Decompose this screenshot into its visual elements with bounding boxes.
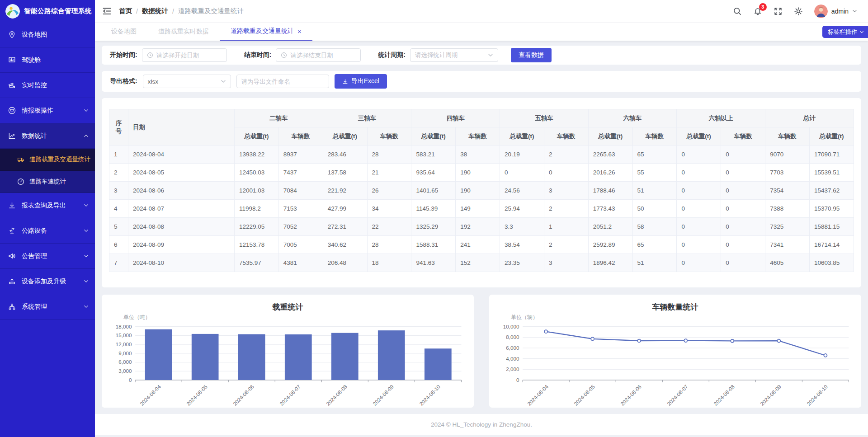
end-date-picker[interactable] [276,48,361,62]
chevron-down-icon [84,228,89,233]
table-cell: 11998.2 [235,200,279,218]
table-cell: 340.62 [323,236,367,254]
table-cell: 190 [456,164,500,182]
sidebar-item-device-map[interactable]: 设备地图 [0,22,95,47]
view-data-button[interactable]: 查看数据 [511,48,552,62]
export-format-label: 导出格式: [110,77,137,85]
svg-text:2,000: 2,000 [506,366,519,372]
period-select[interactable]: 请选择统计周期 [410,48,498,62]
breadcrumb-item: 道路载重及交通量统计 [178,7,244,15]
table-cell: 12153.78 [235,236,279,254]
sidebar-item-road-speed-stats[interactable]: 道路车速统计 [0,171,95,193]
svg-text:2024-08-05: 2024-08-05 [573,384,596,407]
tab-close-icon[interactable]: × [297,28,302,35]
sidebar-item-report-query-export[interactable]: 报表查询及导出 [0,193,95,218]
table-cell: 583.21 [411,146,456,164]
export-filename-box[interactable] [236,75,329,88]
sidebar-item-cockpit[interactable]: 驾驶舱 [0,47,95,73]
notification-badge: 3 [759,3,767,11]
weight-chart-title: 载重统计 [108,302,467,312]
export-excel-button[interactable]: 导出Excel [335,74,387,89]
table-cell: 0 [721,164,765,182]
table-cell: 3.3 [500,218,544,236]
tab-road-load-traffic-stats[interactable]: 道路载重及交通量统计× [220,23,312,41]
table-cell: 3 [544,254,588,272]
download-icon [342,79,348,85]
bar-chart-canvas: 03,0006,0009,00012,00015,00018,0002024-0… [108,322,467,408]
sidebar-item-announcement-management[interactable]: 公告管理 [0,244,95,269]
table-cell: 192 [456,218,500,236]
table-cell: 51 [632,182,677,200]
megaphone-icon [8,252,16,260]
svg-text:2024-08-07: 2024-08-07 [278,384,302,407]
vehicle-count-chart-card: 车辆数量统计 单位（辆） 02,0004,0006,0008,00010,000… [489,295,861,408]
notifications-bell-icon[interactable]: 3 [753,7,762,16]
table-cell: 0 [721,236,765,254]
col-subheader: 总载重(t) [500,127,544,146]
table-cell: 2024-08-10 [128,254,235,272]
breadcrumb-item[interactable]: 首页 [119,7,132,15]
table-cell: 0 [677,236,721,254]
table-cell: 241 [456,236,500,254]
table-cell: 7052 [278,218,323,236]
svg-text:2024-08-06: 2024-08-06 [619,384,642,407]
device-upload-icon [8,277,16,285]
end-time-label: 结束时间: [244,51,272,59]
tab-actions-label: 标签栏操作 [828,28,857,36]
tab-actions-button[interactable]: 标签栏操作 [822,26,868,38]
search-icon[interactable] [733,7,742,16]
table-cell: 2024-08-08 [128,218,235,236]
table-cell: 38.54 [500,236,544,254]
weight-chart-card: 载重统计 单位（吨） 03,0006,0009,00012,00015,0001… [102,295,474,408]
sidebar-item-system-management[interactable]: 系统管理 [0,294,95,320]
sidebar-item-info-board[interactable]: 情报板操作 [0,98,95,123]
table-cell: 12001.03 [235,182,279,200]
svg-text:3,000: 3,000 [118,368,132,374]
table-cell: 2024-08-05 [128,164,235,182]
table-cell: 4 [109,200,128,218]
col-subheader: 总载重(t) [677,127,721,146]
end-date-input[interactable] [290,52,356,59]
table-cell: 26 [367,182,411,200]
fullscreen-icon[interactable] [774,7,783,16]
sidebar-item-highway-equipment[interactable]: 公路设备 [0,218,95,244]
sidebar-item-realtime-monitor[interactable]: 实时监控 [0,73,95,98]
export-filename-input[interactable] [241,78,324,85]
sidebar-item-data-statistics[interactable]: 数据统计 [0,123,95,149]
table-cell: 2024-08-07 [128,200,235,218]
table-cell: 7535.97 [235,254,279,272]
table-cell: 18 [367,254,411,272]
export-format-value: xlsx [148,78,158,85]
speedometer-icon [17,178,24,185]
tab-road-load-realtime[interactable]: 道路载重实时数据 [147,23,220,41]
table-cell: 28 [367,146,411,164]
table-cell: 50 [632,200,677,218]
org-chart-icon [8,303,16,310]
sidebar-item-device-add-upgrade[interactable]: 设备添加及升级 [0,269,95,294]
start-date-input[interactable] [156,52,222,59]
svg-text:2024-08-06: 2024-08-06 [232,384,255,407]
col-subheader: 车辆数 [632,127,677,146]
dashboard-icon [8,56,16,64]
table-cell: 137.58 [323,164,367,182]
tab-device-map[interactable]: 设备地图 [100,23,147,41]
sidebar-item-label: 系统管理 [22,303,78,311]
avatar [814,5,828,18]
settings-gear-icon[interactable] [794,7,803,16]
table-cell: 5 [109,218,128,236]
start-date-picker[interactable] [142,48,227,62]
table-cell: 1 [109,146,128,164]
app-logo-icon [5,4,20,19]
user-menu[interactable]: admin [814,5,857,18]
sidebar-collapse-icon[interactable] [102,6,112,16]
table-cell: 15881.15 [809,218,854,236]
export-format-select[interactable]: xlsx [143,75,231,88]
topbar: 首页/数据统计/道路载重及交通量统计 3 [95,0,868,22]
sidebar-item-road-load-traffic-stats[interactable]: 道路载重及交通量统计 [0,149,95,171]
breadcrumb-item[interactable]: 数据统计 [142,7,168,15]
table-cell: 25.94 [500,200,544,218]
vehicle-count-chart: 02,0004,0006,0008,00010,0002024-08-04202… [495,322,855,408]
app-logo-row: 智能公路综合管理系统 [0,0,95,22]
table-cell: 13938.22 [235,146,279,164]
table-cell: 1896.42 [588,254,632,272]
